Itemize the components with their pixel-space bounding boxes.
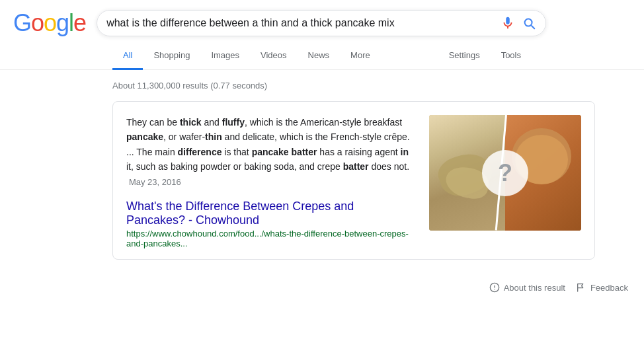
- pancake-image-visual: ?: [429, 115, 581, 231]
- nav-item-settings[interactable]: Settings: [438, 42, 491, 70]
- nav-bar: All Shopping Images Videos News More Set…: [0, 42, 644, 70]
- result-link: What's the Difference Between Crepes and…: [126, 200, 416, 248]
- header: Google: [0, 0, 644, 37]
- question-mark-overlay: ?: [482, 150, 528, 196]
- snippet-content: They can be thick and fluffy, which is t…: [126, 115, 416, 248]
- featured-snippet-card: They can be thick and fluffy, which is t…: [112, 101, 595, 260]
- about-result-label: About this result: [504, 283, 565, 293]
- info-icon: [489, 282, 500, 293]
- search-button[interactable]: [522, 16, 536, 30]
- nav-left: All Shopping Images Videos News More: [112, 42, 438, 69]
- snippet-image[interactable]: ?: [429, 115, 581, 231]
- snippet-date: May 23, 2016: [129, 177, 181, 187]
- microphone-icon[interactable]: [501, 16, 515, 30]
- result-url: https://www.chowhound.com/food.../whats-…: [126, 229, 416, 248]
- snippet-text: They can be thick and fluffy, which is t…: [126, 115, 416, 189]
- search-input[interactable]: [106, 17, 494, 29]
- result-title-link[interactable]: What's the Difference Between Crepes and…: [126, 200, 354, 227]
- results-area: About 11,300,000 results (0.77 seconds) …: [0, 81, 644, 260]
- google-logo: Google: [13, 9, 86, 37]
- search-bar: [97, 10, 546, 36]
- feedback-button[interactable]: Feedback: [576, 282, 628, 293]
- nav-item-tools[interactable]: Tools: [491, 42, 532, 70]
- feedback-label: Feedback: [590, 283, 628, 293]
- nav-item-shopping[interactable]: Shopping: [143, 42, 200, 70]
- about-result-button[interactable]: About this result: [489, 282, 565, 293]
- results-count: About 11,300,000 results (0.77 seconds): [112, 81, 644, 91]
- nav-item-images[interactable]: Images: [200, 42, 250, 70]
- nav-item-news[interactable]: News: [298, 42, 341, 70]
- nav-item-more[interactable]: More: [340, 42, 381, 70]
- nav-item-videos[interactable]: Videos: [250, 42, 298, 70]
- flag-icon: [576, 282, 586, 293]
- search-icon: [522, 16, 536, 30]
- nav-item-all[interactable]: All: [112, 42, 143, 70]
- nav-right: Settings Tools: [438, 42, 532, 69]
- footer-bar: About this result Feedback: [0, 273, 644, 302]
